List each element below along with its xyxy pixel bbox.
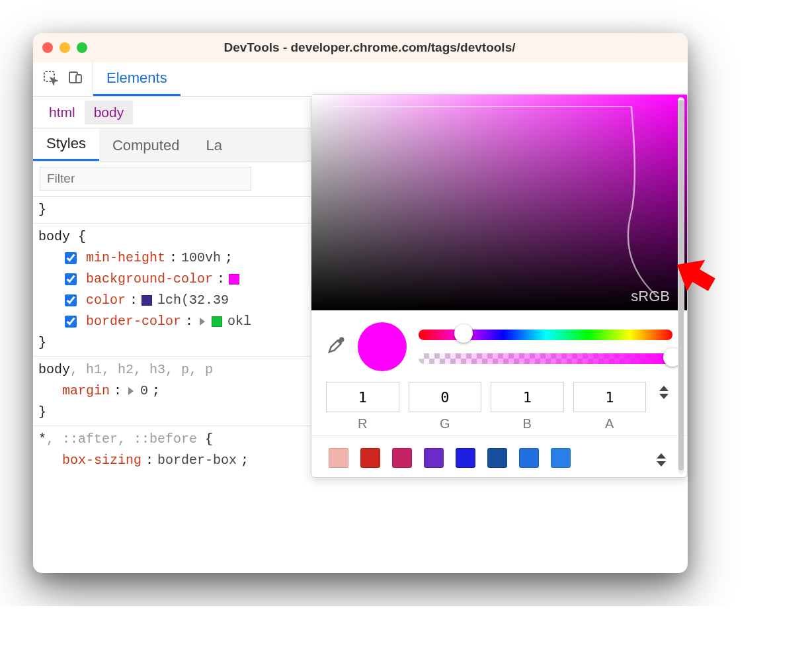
label-b: B	[491, 416, 564, 431]
color-component-row: R G B A	[311, 378, 687, 435]
minimize-window-button[interactable]	[60, 42, 70, 53]
toggle-color[interactable]	[65, 294, 77, 306]
svg-marker-4	[668, 249, 721, 300]
color-picker-popover[interactable]: sRGB R	[311, 94, 688, 478]
palette-set-stepper[interactable]	[653, 453, 670, 467]
svg-point-3	[340, 337, 343, 341]
label-g: G	[409, 416, 482, 431]
input-a[interactable]	[573, 382, 647, 412]
palette-swatch[interactable]	[487, 448, 507, 468]
window-title: DevTools - developer.chrome.com/tags/dev…	[101, 40, 639, 55]
input-b[interactable]	[491, 382, 564, 412]
tab-styles[interactable]: Styles	[33, 128, 99, 161]
tab-elements-label: Elements	[106, 69, 167, 87]
color-format-stepper[interactable]	[655, 386, 672, 399]
palette-swatch[interactable]	[424, 448, 444, 468]
expand-shorthand-icon[interactable]	[200, 318, 205, 326]
color-gradient-field[interactable]: sRGB	[311, 95, 687, 310]
toggle-background-color[interactable]	[65, 273, 77, 285]
input-g[interactable]	[409, 382, 482, 412]
tab-elements[interactable]: Elements	[93, 62, 181, 96]
devtools-window: DevTools - developer.chrome.com/tags/dev…	[33, 33, 688, 573]
palette-swatch[interactable]	[551, 448, 571, 468]
label-a: A	[573, 416, 647, 431]
inspect-element-icon[interactable]	[42, 69, 58, 89]
color-palette-row	[311, 435, 687, 477]
palette-swatch[interactable]	[456, 448, 475, 468]
input-r[interactable]	[326, 382, 399, 412]
hue-slider-thumb[interactable]	[454, 324, 473, 343]
annotation-arrow-icon	[653, 236, 726, 308]
palette-swatch[interactable]	[329, 448, 348, 468]
close-window-button[interactable]	[42, 42, 53, 53]
palette-swatch[interactable]	[519, 448, 539, 468]
color-preview-circle	[358, 322, 407, 371]
palette-swatch[interactable]	[360, 448, 380, 468]
toggle-border-color[interactable]	[65, 316, 77, 328]
devtools-toolbar: Elements	[33, 62, 688, 97]
toggle-min-height[interactable]	[65, 252, 77, 264]
tab-computed[interactable]: Computed	[99, 130, 193, 161]
panel-content: html body Styles Computed La } body { mi…	[33, 97, 688, 573]
alpha-slider[interactable]	[419, 353, 672, 364]
maximize-window-button[interactable]	[77, 42, 87, 53]
breadcrumb-body[interactable]: body	[85, 101, 134, 124]
device-toolbar-icon[interactable]	[67, 69, 83, 89]
tab-layout-truncated[interactable]: La	[192, 130, 235, 161]
window-titlebar: DevTools - developer.chrome.com/tags/dev…	[33, 33, 688, 62]
expand-shorthand-icon[interactable]	[128, 387, 134, 395]
color-swatch[interactable]	[142, 295, 152, 306]
traffic-lights	[42, 42, 87, 53]
breadcrumb-html[interactable]: html	[40, 101, 85, 124]
hue-slider[interactable]	[419, 330, 672, 340]
svg-rect-2	[76, 75, 81, 83]
eyedropper-icon[interactable]	[326, 335, 346, 359]
styles-filter-input[interactable]	[40, 167, 251, 191]
color-swatch[interactable]	[229, 274, 239, 285]
label-r: R	[326, 416, 399, 431]
palette-swatch[interactable]	[392, 448, 412, 468]
srgb-gamut-boundary-line	[334, 103, 665, 301]
color-swatch[interactable]	[212, 316, 222, 327]
